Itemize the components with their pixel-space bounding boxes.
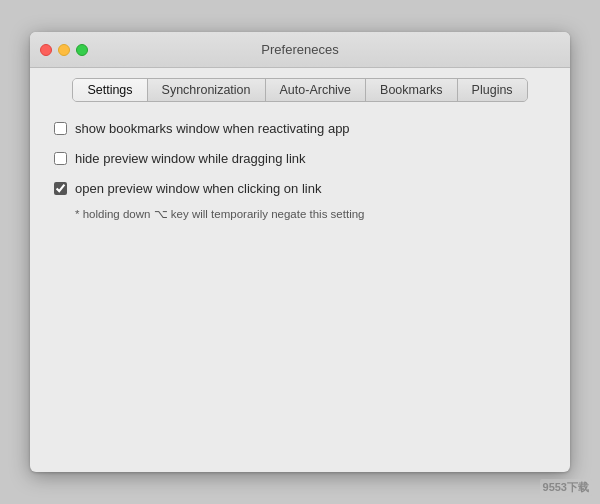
close-button[interactable] <box>40 44 52 56</box>
settings-content: show bookmarks window when reactivating … <box>30 102 570 472</box>
show-bookmarks-label: show bookmarks window when reactivating … <box>75 120 350 138</box>
checkbox-row-2: hide preview window while dragging link <box>54 150 546 168</box>
checkbox-row-3: open preview window when clicking on lin… <box>54 180 546 198</box>
maximize-button[interactable] <box>76 44 88 56</box>
tab-settings[interactable]: Settings <box>73 79 147 101</box>
open-preview-checkbox[interactable] <box>54 182 67 195</box>
subnote: * holding down ⌥ key will temporarily ne… <box>75 207 546 221</box>
hide-preview-label: hide preview window while dragging link <box>75 150 306 168</box>
tabs-container: Settings Synchronization Auto-Archive Bo… <box>72 78 527 102</box>
minimize-button[interactable] <box>58 44 70 56</box>
traffic-lights <box>40 44 88 56</box>
show-bookmarks-checkbox[interactable] <box>54 122 67 135</box>
tab-bookmarks[interactable]: Bookmarks <box>366 79 458 101</box>
tabs-bar: Settings Synchronization Auto-Archive Bo… <box>30 68 570 102</box>
open-preview-label: open preview window when clicking on lin… <box>75 180 321 198</box>
checkbox-row-1: show bookmarks window when reactivating … <box>54 120 546 138</box>
titlebar: Prefereneces <box>30 32 570 68</box>
tab-synchronization[interactable]: Synchronization <box>148 79 266 101</box>
window-title: Prefereneces <box>261 42 338 57</box>
watermark: 9553下载 <box>540 479 592 496</box>
tab-plugins[interactable]: Plugins <box>458 79 527 101</box>
hide-preview-checkbox[interactable] <box>54 152 67 165</box>
tab-auto-archive[interactable]: Auto-Archive <box>266 79 367 101</box>
preferences-window: Prefereneces Settings Synchronization Au… <box>30 32 570 472</box>
